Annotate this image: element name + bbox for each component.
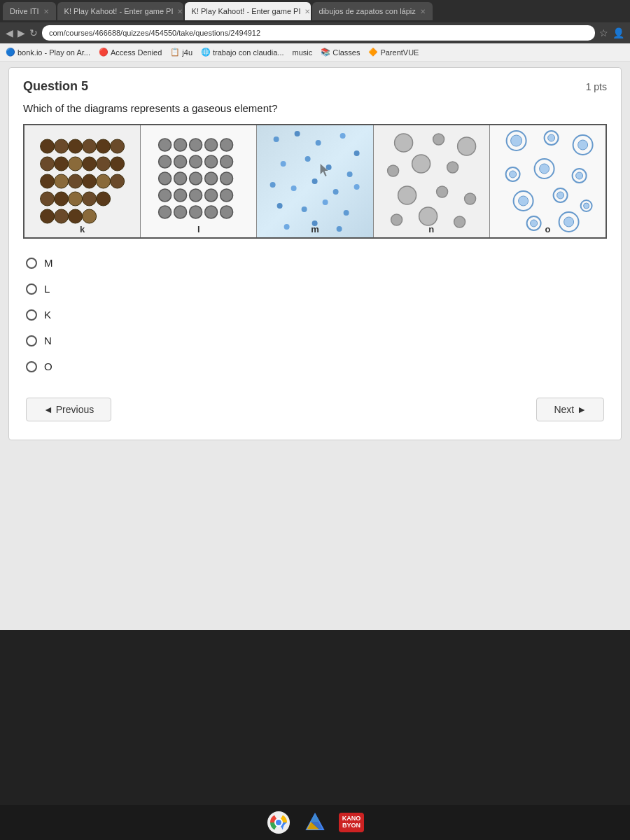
drive-taskbar-icon[interactable] (302, 810, 328, 835)
option-k-label: K (44, 309, 51, 321)
bookmark-classes[interactable]: 📚 Classes (321, 48, 360, 57)
svg-point-15 (83, 174, 97, 188)
close-icon[interactable]: ✕ (304, 8, 310, 15)
svg-point-25 (69, 209, 83, 223)
svg-point-47 (159, 206, 172, 218)
diagram-n-label: n (428, 224, 434, 234)
next-button[interactable]: Next ► (536, 398, 604, 421)
svg-point-23 (41, 209, 55, 223)
svg-point-110 (276, 820, 281, 825)
option-k[interactable]: K (23, 304, 607, 325)
svg-point-40 (205, 172, 218, 185)
option-o[interactable]: O (23, 356, 607, 377)
bookmark-access[interactable]: 🔴 Access Denied (99, 48, 162, 57)
svg-point-52 (274, 136, 279, 142)
tab-kahoot1[interactable]: K! Play Kahoot! - Enter game PI ✕ (57, 2, 183, 20)
forward-button[interactable]: ▶ (18, 27, 25, 38)
svg-point-29 (190, 139, 202, 151)
option-l[interactable]: L (23, 279, 607, 299)
bookmark-music[interactable]: music (293, 48, 313, 57)
edu-taskbar-icon[interactable]: KANOBYON (339, 813, 364, 832)
svg-point-20 (69, 192, 83, 206)
tab-kahoot2[interactable]: K! Play Kahoot! - Enter game PI ✕ (185, 2, 311, 20)
previous-button[interactable]: ◄ Previous (26, 398, 111, 421)
bookmark-icon: 📋 (170, 48, 180, 57)
question-text: Which of the diagrams represents a gaseo… (23, 102, 607, 114)
svg-point-60 (347, 172, 353, 177)
svg-point-78 (412, 155, 430, 173)
chrome-taskbar-icon[interactable] (266, 810, 291, 835)
svg-point-54 (316, 140, 321, 146)
svg-point-7 (55, 157, 69, 171)
bookmark-icon: 🌐 (201, 48, 211, 57)
svg-point-50 (205, 206, 218, 218)
diagrams-container: k (23, 124, 607, 239)
radio-o[interactable] (26, 361, 37, 372)
option-m-label: M (44, 257, 53, 269)
svg-point-57 (281, 161, 286, 167)
nav-buttons: ◄ Previous Next ► (23, 391, 607, 428)
radio-k[interactable] (26, 309, 37, 321)
bookmark-label: bonk.io - Play on Ar... (18, 48, 90, 57)
option-m[interactable]: M (23, 253, 607, 273)
svg-point-0 (41, 139, 55, 153)
svg-point-59 (326, 164, 332, 170)
close-icon[interactable]: ✕ (43, 8, 49, 15)
question-points: 1 pts (586, 81, 607, 92)
profile-icon[interactable]: 👤 (612, 27, 624, 38)
bookmark-icon: 📚 (321, 48, 330, 57)
tab-drive[interactable]: Drive ITI ✕ (3, 2, 56, 20)
svg-point-99 (518, 196, 528, 206)
svg-point-8 (69, 157, 83, 171)
tab-label: K! Play Kahoot! - Enter game PI (64, 7, 174, 15)
close-icon[interactable]: ✕ (177, 8, 183, 15)
diagram-o-svg (490, 125, 606, 237)
refresh-button[interactable]: ↻ (29, 27, 38, 38)
diagram-k: k (24, 125, 141, 237)
bookmark-j4u[interactable]: 📋 j4u (170, 48, 192, 57)
close-icon[interactable]: ✕ (420, 8, 426, 15)
svg-point-1 (55, 139, 69, 153)
svg-point-42 (159, 189, 172, 202)
bookmark-icon: 🔵 (6, 48, 15, 57)
radio-m[interactable] (26, 258, 37, 269)
svg-point-5 (111, 139, 125, 153)
page-content: Question 5 1 pts Which of the diagrams r… (0, 62, 630, 630)
star-icon[interactable]: ☆ (599, 27, 608, 38)
svg-point-56 (354, 150, 360, 156)
svg-point-63 (312, 178, 318, 184)
taskbar: KANOBYON (0, 805, 630, 840)
svg-point-46 (220, 189, 233, 202)
svg-point-70 (284, 224, 290, 230)
option-n[interactable]: N (23, 330, 607, 351)
svg-point-93 (509, 171, 516, 178)
bookmark-icon: 🔴 (99, 48, 108, 57)
radio-l[interactable] (26, 284, 37, 295)
diagram-m: m (257, 125, 373, 237)
svg-point-89 (547, 134, 554, 141)
url-text: com/courses/466688/quizzes/454550/take/q… (49, 29, 260, 37)
svg-point-97 (575, 172, 582, 179)
svg-point-58 (305, 156, 311, 162)
svg-point-65 (354, 184, 360, 190)
svg-point-75 (433, 134, 444, 145)
bookmark-parentvue[interactable]: 🔶 ParentVUE (368, 48, 419, 57)
svg-point-3 (83, 139, 97, 153)
diagram-o: o (490, 125, 606, 237)
svg-point-84 (419, 207, 437, 225)
bookmark-trabajo[interactable]: 🌐 trabajo con claudia... (201, 48, 284, 57)
address-input[interactable]: com/courses/466688/quizzes/454550/take/q… (42, 25, 595, 41)
diagram-n: n (374, 125, 490, 237)
back-button[interactable]: ◀ (6, 27, 13, 38)
browser-chrome: Drive ITI ✕ K! Play Kahoot! - Enter game… (0, 0, 630, 43)
bookmark-bonkio[interactable]: 🔵 bonk.io - Play on Ar... (6, 48, 90, 57)
radio-n[interactable] (26, 335, 37, 346)
tab-label: Drive ITI (10, 7, 39, 15)
svg-point-55 (340, 133, 346, 139)
question-header: Question 5 1 pts (23, 79, 607, 94)
svg-point-33 (174, 155, 187, 168)
svg-point-76 (457, 137, 475, 155)
svg-point-53 (295, 131, 300, 136)
tab-google[interactable]: dibujos de zapatos con lápiz ✕ (312, 2, 433, 20)
tab-label: K! Play Kahoot! - Enter game PI (192, 7, 301, 15)
